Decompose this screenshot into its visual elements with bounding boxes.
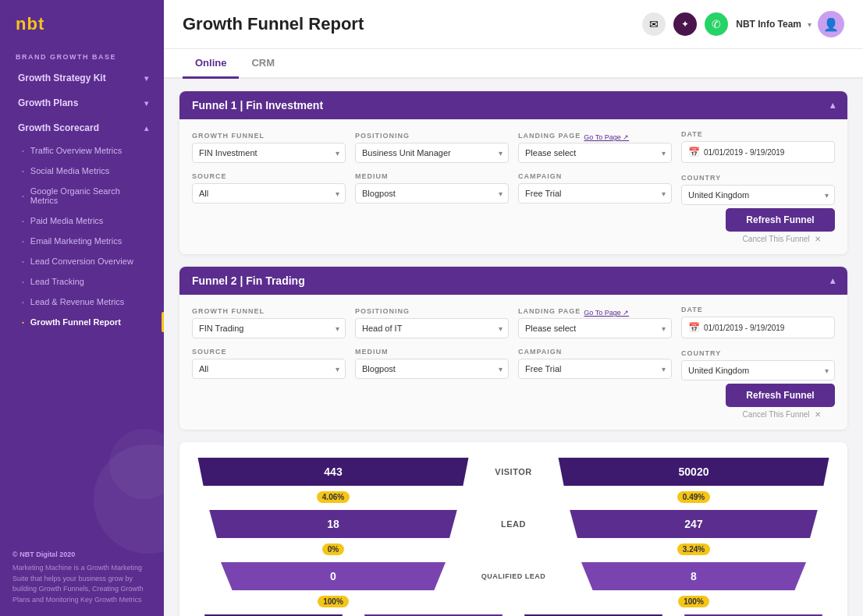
campaign-2-select[interactable]: Free Trial bbox=[518, 359, 672, 379]
whatsapp-icon-button[interactable]: ✆ bbox=[705, 12, 728, 36]
sidebar-item-growth-strategy-kit[interactable]: Growth Strategy Kit ▾ bbox=[0, 65, 164, 90]
fv-row-ql-badges: 100% 100% bbox=[195, 594, 832, 609]
positioning-label: POSITIONING bbox=[355, 132, 509, 140]
landing-page-2-select[interactable]: Please select bbox=[518, 318, 672, 338]
sidebar-item-growth-funnel[interactable]: Growth Funnel Report bbox=[0, 312, 164, 332]
positioning-2-select[interactable]: Head of IT bbox=[355, 318, 509, 338]
chevron-down-icon: ▾ bbox=[144, 74, 148, 83]
funnel-1-cancel-button[interactable]: Cancel This Funnel ✕ bbox=[740, 235, 822, 243]
funnel-2-header: Funnel 2 | Fin Trading ▴ bbox=[179, 267, 847, 295]
campaign-select-wrapper: Free Trial bbox=[518, 183, 672, 204]
funnel-visualization: 443 VISITOR 50020 4.06% bbox=[179, 442, 847, 616]
sidebar-item-lead-tracking[interactable]: Lead Tracking bbox=[0, 271, 164, 292]
funnel-2-campaign-field: CAMPAIGN Free Trial bbox=[518, 348, 672, 379]
medium-select[interactable]: Blogpost bbox=[355, 183, 509, 204]
chevron-up-icon: ▴ bbox=[144, 124, 148, 133]
source-select[interactable]: All bbox=[192, 183, 346, 204]
sidebar-item-growth-plans[interactable]: Growth Plans ▾ bbox=[0, 90, 164, 115]
funnel-2-country-field: COUNTRY United Kingdom bbox=[681, 349, 835, 381]
ql-left-value: 0 bbox=[330, 570, 336, 582]
growth-funnel-label: GROWTH FUNNEL bbox=[192, 132, 346, 140]
medium-2-select[interactable]: Blogpost bbox=[355, 359, 509, 379]
landing-page-select[interactable]: Please select bbox=[518, 143, 672, 163]
go-to-page-link[interactable]: Go To Page ↗ bbox=[584, 133, 629, 141]
user-name: NBT Info Team bbox=[736, 19, 801, 30]
funnel-1-source-field: SOURCE All bbox=[192, 172, 346, 204]
landing-page-select-wrapper: Please select bbox=[518, 143, 672, 163]
funnel-1-refresh-button[interactable]: Refresh Funnel bbox=[726, 208, 835, 232]
growth-funnel-select[interactable]: FIN Investment bbox=[192, 143, 346, 163]
funnel-1-growth-funnel-field: GROWTH FUNNEL FIN Investment bbox=[192, 132, 346, 163]
go-to-page-link-2[interactable]: Go To Page ↗ bbox=[584, 309, 629, 317]
funnel-1-landing-page-field: LANDING PAGE Go To Page ↗ Please select bbox=[518, 132, 672, 163]
country-2-select[interactable]: United Kingdom bbox=[681, 360, 835, 381]
date-label-2: DATE bbox=[681, 306, 835, 313]
tab-crm[interactable]: CRM bbox=[239, 49, 287, 79]
fv-row-visitor: 443 VISITOR 50020 bbox=[195, 458, 832, 486]
lead-left-badge: 0% bbox=[322, 543, 344, 555]
header-right: ✉ ✦ ✆ NBT Info Team ▾ 👤 bbox=[642, 11, 844, 37]
positioning-select-wrapper: Business Unit Manager bbox=[355, 143, 509, 163]
positioning-select[interactable]: Business Unit Manager bbox=[355, 143, 509, 163]
funnel-2-cancel-button[interactable]: Cancel This Funnel ✕ bbox=[740, 410, 822, 419]
funnel-2-title: Funnel 2 | Fin Trading bbox=[192, 274, 305, 287]
logo-text: nbt bbox=[16, 14, 44, 34]
tab-online[interactable]: Online bbox=[183, 49, 239, 79]
campaign-label: CAMPAIGN bbox=[518, 172, 672, 180]
funnel-1-actions: Refresh Funnel Cancel This Funnel ✕ bbox=[192, 208, 835, 243]
funnel-1-country-field: COUNTRY United Kingdom bbox=[681, 174, 835, 205]
visitor-label: VISITOR bbox=[474, 467, 552, 476]
funnel-2-landing-page-field: LANDING PAGE Go To Page ↗ Please select bbox=[518, 307, 672, 338]
funnel-1-row-2: SOURCE All MEDIUM Blogpost bbox=[192, 172, 835, 205]
source-2-select-wrapper: All bbox=[192, 359, 346, 379]
funnel-2-refresh-button[interactable]: Refresh Funnel bbox=[726, 384, 835, 407]
funnel-1-title: Funnel 1 | Fin Investment bbox=[192, 99, 323, 112]
campaign-select[interactable]: Free Trial bbox=[518, 183, 672, 204]
date-input-2[interactable]: 📅 01/01/2019 - 9/19/2019 bbox=[681, 317, 835, 338]
visitor-right-value: 50020 bbox=[679, 466, 709, 478]
sidebar-item-lead-revenue[interactable]: Lead & Revenue Metrics bbox=[0, 292, 164, 312]
user-dropdown-chevron: ▾ bbox=[808, 20, 812, 29]
funnel-1-chevron[interactable]: ▴ bbox=[830, 100, 835, 111]
funnel-2-source-field: SOURCE All bbox=[192, 348, 346, 379]
landing-page-2-select-wrapper: Please select bbox=[518, 318, 672, 338]
sidebar-item-label: Growth Scorecard bbox=[18, 122, 99, 133]
sidebar-item-growth-scorecard[interactable]: Growth Scorecard ▴ bbox=[0, 115, 164, 140]
positioning-2-select-wrapper: Head of IT bbox=[355, 318, 509, 338]
sidebar-item-traffic-overview[interactable]: Traffic Overview Metrics bbox=[0, 140, 164, 161]
fv-row-visitor-badges: 4.06% 0.49% bbox=[195, 490, 832, 504]
date-label: DATE bbox=[681, 130, 835, 138]
sidebar-item-paid-media[interactable]: Paid Media Metrics bbox=[0, 211, 164, 231]
funnel-card-1: Funnel 1 | Fin Investment ▴ GROWTH FUNNE… bbox=[179, 91, 847, 254]
funnel-2-medium-field: MEDIUM Blogpost bbox=[355, 348, 509, 379]
email-icon-button[interactable]: ✉ bbox=[642, 12, 666, 36]
sidebar: nbt BRAND GROWTH BASE Growth Strategy Ki… bbox=[0, 0, 164, 616]
funnel-card-2: Funnel 2 | Fin Trading ▴ GROWTH FUNNEL F… bbox=[179, 267, 847, 430]
growth-funnel-2-select-wrapper: FIN Trading bbox=[192, 318, 346, 338]
funnel-2-body: GROWTH FUNNEL FIN Trading POSITIONING He… bbox=[179, 295, 847, 430]
slack-icon-button[interactable]: ✦ bbox=[673, 12, 697, 36]
date-value-2: 01/01/2019 - 9/19/2019 bbox=[704, 324, 784, 332]
visitor-right-badge: 0.49% bbox=[677, 491, 710, 503]
sidebar-item-label: Growth Strategy Kit bbox=[18, 73, 106, 83]
funnel-1-campaign-field: CAMPAIGN Free Trial bbox=[518, 172, 672, 204]
fv-row-ql: 0 QUALIFIED LEAD 8 bbox=[195, 562, 832, 590]
country-select[interactable]: United Kingdom bbox=[681, 185, 835, 205]
country-label-2: COUNTRY bbox=[681, 349, 835, 357]
funnel-1-positioning-field: POSITIONING Business Unit Manager bbox=[355, 132, 509, 163]
user-info[interactable]: NBT Info Team ▾ 👤 bbox=[736, 11, 844, 37]
campaign-label-2: CAMPAIGN bbox=[518, 348, 672, 356]
funnel-2-chevron[interactable]: ▴ bbox=[830, 275, 835, 286]
sidebar-item-lead-conversion[interactable]: Lead Conversion Overview bbox=[0, 251, 164, 271]
growth-funnel-2-select[interactable]: FIN Trading bbox=[192, 318, 346, 338]
country-label: COUNTRY bbox=[681, 174, 835, 182]
country-select-wrapper: United Kingdom bbox=[681, 185, 835, 205]
lead-label: LEAD bbox=[474, 519, 552, 529]
sidebar-item-google-organic[interactable]: Google Organic Search Metrics bbox=[0, 181, 164, 211]
sidebar-item-social-media[interactable]: Social Media Metrics bbox=[0, 161, 164, 181]
country-2-select-wrapper: United Kingdom bbox=[681, 360, 835, 381]
sidebar-item-email-marketing[interactable]: Email Marketing Metrics bbox=[0, 231, 164, 251]
source-2-select[interactable]: All bbox=[192, 359, 346, 379]
sidebar-item-label: Growth Plans bbox=[18, 97, 78, 108]
date-input[interactable]: 📅 01/01/2019 - 9/19/2019 bbox=[681, 141, 835, 163]
